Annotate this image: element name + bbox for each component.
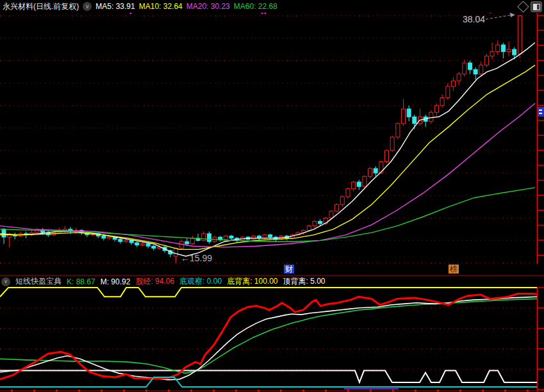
indicator-series-gu-jing-red <box>0 294 537 380</box>
ma20-label: MA20: 30.23 <box>186 2 230 11</box>
signal-dot <box>129 13 132 14</box>
chevron-down-icon[interactable]: ∨ <box>1 277 10 286</box>
window-layout-icon[interactable] <box>531 1 542 12</box>
stock-app-window: { "header": { "title": "永兴材料(日线.前复权)", "… <box>0 0 544 392</box>
ma-line-MA10 <box>0 65 535 250</box>
diamond-marker-icon[interactable] <box>517 1 529 12</box>
indicator-name: 短线快盈宝典 <box>15 276 62 287</box>
indicator-chart[interactable] <box>0 287 544 392</box>
indicator-series-di-guan-cha-cyan <box>0 377 537 387</box>
candles <box>2 15 522 263</box>
candlestick-chart[interactable]: 38.04←15.99 <box>0 13 544 264</box>
signal-dot <box>489 13 491 13</box>
indicator-m-value: M: 90.92 <box>101 277 131 286</box>
indicator-series-di-bei-li-yellow <box>0 288 537 297</box>
indicator-series-ding-bei-li-white-squarewave <box>0 371 537 382</box>
stock-title: 永兴材料(日线.前复权) <box>3 1 79 12</box>
candlestick-svg[interactable]: 38.04←15.99 <box>0 13 544 264</box>
ma5-label: MA5: 33.91 <box>95 2 135 11</box>
axis-price-marker <box>538 107 544 117</box>
indicator-diguancha-value: 底观察: 0.00 <box>179 276 222 287</box>
ma10-label: MA10: 32.64 <box>139 2 183 11</box>
signal-dot <box>261 13 263 14</box>
ma-line-MA60 <box>0 188 535 241</box>
high-price-label: 38.04 <box>463 14 485 24</box>
time-axis-strip: 财 榜 <box>0 264 544 275</box>
indicator-dibeili-value: 底背离: 100.00 <box>227 276 277 287</box>
ma-line-MA20 <box>0 103 535 247</box>
low-price-label: ←15.99 <box>181 253 212 263</box>
chevron-down-icon[interactable]: ∨ <box>83 2 92 11</box>
signal-dot <box>264 13 267 14</box>
cai-badge[interactable]: 财 <box>284 265 294 274</box>
indicator-dingbeili-value: 顶背离: 5.00 <box>283 276 326 287</box>
ma-line-MA5 <box>0 43 535 257</box>
window-layout-glyph <box>533 4 540 10</box>
indicator-gujing-value: 股经: 94.06 <box>135 276 174 287</box>
indicator-k-value: K: 88.67 <box>67 277 95 286</box>
indicator-panel-header: ∨ 短线快盈宝典 K: 88.67 M: 90.92 股经: 94.06 底观察… <box>0 276 544 287</box>
bang-badge[interactable]: 榜 <box>449 265 459 274</box>
signal-dot <box>509 13 512 13</box>
ma60-label: MA60: 22.68 <box>234 2 277 11</box>
indicator-svg[interactable] <box>0 287 544 392</box>
titlebar: 永兴材料(日线.前复权) ∨ MA5: 33.91 MA10: 32.64 MA… <box>0 0 544 13</box>
